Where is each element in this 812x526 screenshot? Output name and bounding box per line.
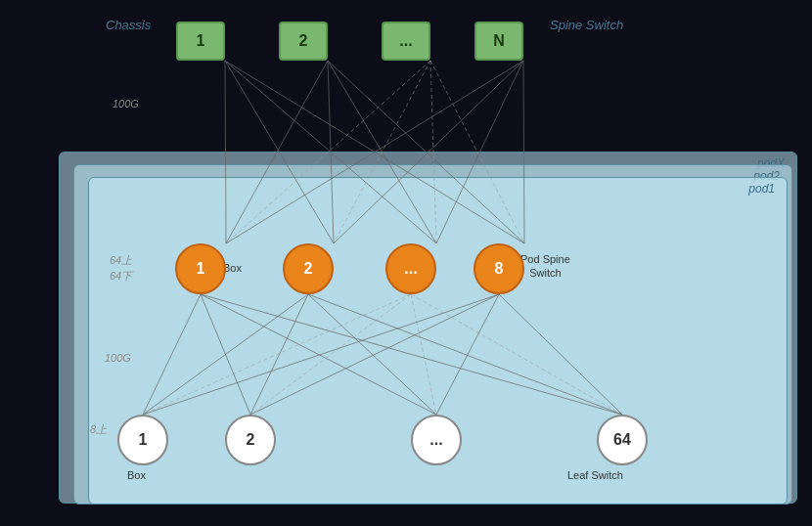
pod-spine-node-2: 2 [283, 243, 334, 294]
spine-node-2: 2 [279, 22, 328, 61]
pod1-label: pod1 [748, 182, 775, 196]
diagram-container: podX pod2 pod1 [0, 0, 812, 526]
pod-spine-node-8: 8 [474, 243, 524, 294]
spine-node-ellipsis: ... [382, 22, 430, 61]
spine-node-1: 1 [176, 22, 225, 61]
link-100g-top-label: 100G [113, 98, 139, 110]
spine-node-n: N [474, 22, 523, 61]
leaf-node-ellipsis: ... [411, 415, 462, 465]
leaf-node-2: 2 [225, 415, 276, 465]
pod-spine-switch-label: Pod Spine Switch [520, 252, 570, 280]
link-100g-bottom-label: 100G [105, 352, 131, 364]
spine-switch-label: Spine Switch [550, 18, 623, 32]
chassis-label: Chassis [106, 18, 151, 32]
leaf-node-1: 1 [117, 415, 168, 465]
uplink-8-label: 8上 [90, 422, 107, 437]
pod-spine-node-1: 1 [175, 243, 226, 294]
uplink-64-label: 64上 64下 [110, 252, 132, 284]
pod-spine-node-ellipsis: ... [385, 243, 436, 294]
box-bottom-label: Box [127, 469, 146, 481]
leaf-node-64: 64 [597, 415, 648, 465]
leaf-switch-label: Leaf Switch [567, 469, 623, 481]
